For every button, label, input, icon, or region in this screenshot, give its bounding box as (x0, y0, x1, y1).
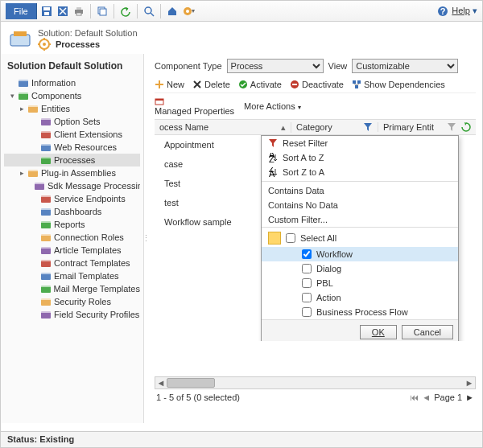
tree-expand-icon[interactable]: ▸ (19, 105, 25, 113)
filter-option-label: Dialog (316, 264, 341, 273)
sidebar-item-article-templates[interactable]: Article Templates (4, 244, 140, 257)
tree-expand-icon[interactable]: ▾ (9, 92, 15, 100)
filter-option-pbl[interactable]: PBL (262, 276, 458, 290)
tree-expand-icon[interactable]: ▸ (19, 169, 25, 177)
sidebar-item-reports[interactable]: Reports (4, 218, 140, 231)
filter-option-checkbox[interactable] (302, 307, 312, 317)
tree-node-icon (34, 180, 45, 191)
home-icon[interactable] (166, 5, 179, 18)
paging-controls: ⏮ ◄ Page 1 ► (410, 393, 474, 402)
scroll-thumb[interactable] (167, 378, 215, 388)
filter-option-business-process-flow[interactable]: Business Process Flow (262, 305, 458, 319)
sidebar-item-web-resources[interactable]: Web Resources (4, 141, 140, 154)
solution-tree[interactable]: Information▾Components▸EntitiesOption Se… (1, 75, 143, 323)
reset-filter-item[interactable]: Reset Filter (262, 136, 458, 150)
column-primary-entity[interactable]: Primary Entit (378, 122, 461, 132)
svg-rect-65 (292, 84, 297, 85)
filter-option-checkbox[interactable] (302, 264, 312, 273)
view-select[interactable]: Customizable (352, 59, 458, 73)
tree-node-icon (40, 116, 52, 127)
component-type-select[interactable]: Process (227, 59, 324, 73)
sidebar-item-processes[interactable]: Processes (4, 154, 140, 166)
filter-option-checkbox[interactable] (302, 249, 312, 259)
sidebar-item-dashboards[interactable]: Dashboards (4, 205, 140, 218)
sidebar-item-information[interactable]: Information (4, 76, 140, 89)
filter-option-dialog[interactable]: Dialog (262, 261, 458, 276)
select-all-label: Select All (300, 233, 336, 243)
page-prev-icon[interactable]: ◄ (422, 393, 431, 402)
sort-az-item[interactable]: AZSort A to Z (262, 150, 458, 165)
svg-rect-38 (28, 170, 38, 171)
sort-za-item[interactable]: ZASort Z to A (262, 165, 458, 179)
sidebar-item-client-extensions[interactable]: Client Extensions (4, 128, 140, 141)
page-first-icon[interactable]: ⏮ (410, 393, 419, 402)
scroll-right-icon[interactable]: ► (464, 377, 475, 388)
page-next-icon[interactable]: ► (465, 393, 474, 402)
sidebar-item-plug-in-assemblies[interactable]: ▸Plug-in Assemblies (4, 166, 140, 179)
sidebar-item-field-security-profiles[interactable]: Field Security Profiles (4, 308, 140, 321)
save-close-icon[interactable] (56, 5, 69, 18)
sidebar-item-sdk-message-processing-s-[interactable]: Sdk Message Processing S… (4, 179, 140, 192)
sidebar-item-entities[interactable]: ▸Entities (4, 102, 140, 115)
svg-rect-24 (19, 80, 28, 81)
filter-ok-button[interactable]: OK (360, 325, 397, 339)
help-icon[interactable]: ? (437, 6, 448, 17)
filter-option-workflow[interactable]: Workflow (262, 247, 458, 261)
more-actions-button[interactable]: More Actions ▾ (244, 101, 301, 111)
sidebar-item-connection-roles[interactable]: Connection Roles (4, 231, 140, 244)
status-bar: Status: Existing (1, 431, 482, 447)
new-button[interactable]: New (155, 80, 184, 89)
help-link[interactable]: Help ▾ (452, 6, 477, 16)
sidebar-item-label: Information (31, 78, 76, 88)
svg-rect-32 (41, 131, 51, 133)
toolbar: New Delete Activate Deactivate Show Depe… (155, 78, 476, 93)
filter-option-checkbox[interactable] (302, 278, 312, 288)
find-icon[interactable] (142, 5, 155, 18)
sidebar-item-security-roles[interactable]: Security Roles (4, 295, 140, 308)
filter-option-label: Business Process Flow (316, 307, 408, 317)
sidebar-item-mail-merge-templates[interactable]: Mail Merge Templates (4, 282, 140, 295)
column-name[interactable]: ocess Name ▴ (155, 122, 291, 133)
svg-rect-48 (41, 234, 51, 236)
sidebar-item-email-templates[interactable]: Email Templates (4, 269, 140, 282)
sidebar-header: Solution Default Solution (1, 57, 143, 75)
tree-node-icon (40, 206, 52, 217)
print-icon[interactable] (72, 5, 85, 18)
filter-active-icon[interactable] (363, 122, 373, 132)
sidebar-item-label: Entities (41, 104, 70, 113)
save-icon[interactable] (40, 5, 53, 18)
sidebar-item-label: Article Templates (54, 245, 122, 255)
deactivate-button[interactable]: Deactivate (290, 80, 344, 89)
category-filter-popup: Reset Filter AZSort A to Z ZASort Z to A… (261, 135, 459, 341)
filter-cancel-button[interactable]: Cancel (402, 325, 453, 339)
filter-option-action[interactable]: Action (262, 290, 458, 305)
solution-icon (9, 28, 31, 51)
options-icon[interactable]: ▾ (182, 5, 195, 18)
undo-icon[interactable] (119, 5, 132, 18)
refresh-button[interactable] (461, 122, 476, 132)
file-menu[interactable]: File (6, 3, 37, 19)
sidebar-item-components[interactable]: ▾Components (4, 89, 140, 102)
show-dependencies-button[interactable]: Show Dependencies (352, 80, 445, 89)
contains-no-data-item[interactable]: Contains No Data (262, 198, 458, 212)
svg-rect-56 (41, 286, 51, 287)
custom-filter-item[interactable]: Custom Filter... (262, 212, 458, 227)
view-label: View (328, 61, 348, 71)
sidebar-item-option-sets[interactable]: Option Sets (4, 115, 140, 128)
sidebar-item-contract-templates[interactable]: Contract Templates (4, 257, 140, 269)
sidebar-item-service-endpoints[interactable]: Service Endpoints (4, 192, 140, 205)
contains-data-item[interactable]: Contains Data (262, 181, 458, 198)
select-all-checkbox[interactable] (286, 233, 295, 243)
copy-icon[interactable] (96, 5, 109, 18)
column-category[interactable]: Category (291, 122, 378, 132)
scroll-left-icon[interactable]: ◄ (155, 377, 167, 388)
svg-rect-44 (41, 208, 51, 210)
activate-button[interactable]: Activate (238, 80, 282, 89)
filter-option-checkbox[interactable] (302, 293, 312, 302)
svg-rect-42 (41, 195, 51, 197)
delete-button[interactable]: Delete (192, 80, 230, 89)
horizontal-scrollbar[interactable]: ◄ ► (155, 376, 476, 389)
managed-properties-button[interactable]: Managed Properties (155, 97, 234, 116)
filter-icon[interactable] (447, 122, 456, 132)
tree-node-icon (40, 193, 52, 204)
